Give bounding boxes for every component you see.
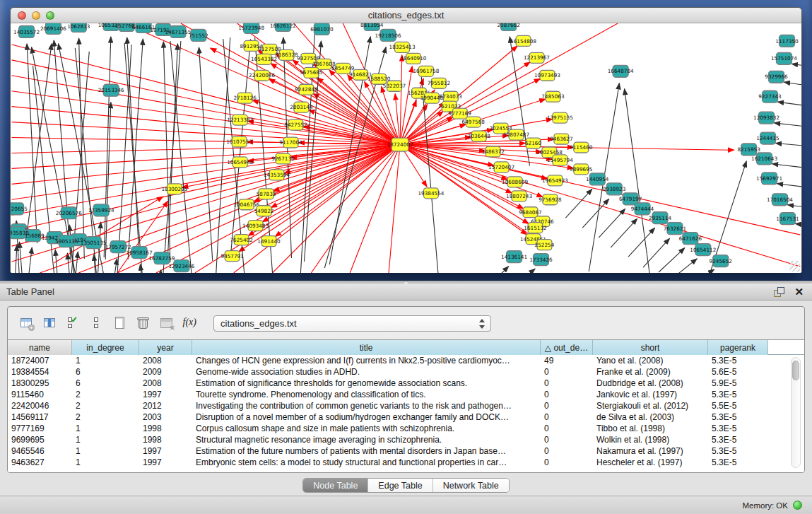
graph-node-teal[interactable]: 1733426 [529,254,553,266]
graph-node-teal[interactable]: 20691406 [40,23,66,34]
graph-node-yellow[interactable]: 16961758 [413,66,439,76]
graph-node-yellow[interactable]: 1486372 [481,146,504,157]
graph-node-teal[interactable]: 19218506 [375,29,401,41]
graph-node-yellow[interactable]: 7955812 [428,78,450,88]
column-header-title[interactable]: title [192,340,541,355]
graph-node-teal[interactable]: 15751074 [771,52,797,64]
column-header-year[interactable]: year [139,340,192,355]
graph-node-yellow[interactable]: 9117004 [279,137,302,148]
graph-node-teal[interactable]: 20206576 [56,207,82,219]
citation-edge[interactable] [792,64,801,69]
citation-edge[interactable] [19,242,23,273]
citation-edge[interactable] [787,205,801,210]
graph-node-teal[interactable]: 16626122 [270,23,296,31]
table-vertical-scrollbar[interactable] [791,357,801,468]
column-header-short[interactable]: short [593,340,708,355]
graph-node-yellow[interactable]: 1491440 [257,236,281,247]
delete-table-button[interactable]: ✕ [157,313,176,333]
graph-node-teal[interactable]: 1117350 [775,35,799,47]
graph-node-yellow[interactable]: 10107553 [226,136,252,147]
graph-node-teal[interactable]: 1244415 [756,132,779,144]
table-row[interactable]: 911546021997Tourette syndrome. Phenomeno… [8,389,804,400]
graph-node-yellow[interactable]: 549822 [254,206,274,216]
delete-column-button[interactable] [134,313,153,333]
scrollbar-thumb[interactable] [792,361,799,380]
network-canvas[interactable]: 1830029519384554914682115885205322037183… [11,23,801,273]
graph-node-yellow[interactable]: 13975135 [547,112,573,123]
citation-edge[interactable] [104,37,111,257]
column-header-name[interactable]: name [8,340,72,355]
graph-node-teal[interactable]: 6981070 [310,23,334,35]
citation-edge[interactable] [795,223,801,228]
graph-node-yellow[interactable]: 18640910 [400,53,426,64]
citation-edge[interactable] [27,44,37,243]
citation-edge[interactable] [772,164,801,169]
graph-node-yellow[interactable]: 9756928 [539,194,562,205]
citation-edge[interactable] [112,259,117,273]
citation-edge[interactable] [28,247,33,273]
table-row[interactable]: 969969511998Structural magnetic resonanc… [8,434,804,445]
citation-edge[interactable] [513,269,536,273]
graph-node-teal[interactable]: 14136141 [501,251,527,263]
column-header-in_degree[interactable]: in_degree [72,340,139,355]
graph-node-teal[interactable]: 17016504 [767,194,793,206]
graph-node-teal[interactable]: 9474444 [631,203,654,215]
graph-node-yellow[interactable]: 15495794 [547,155,573,165]
citation-edge-red[interactable] [400,145,800,267]
graph-node-teal[interactable]: 751552 [189,29,208,41]
graph-node-yellow[interactable]: 10688609 [502,177,528,187]
graph-node-teal[interactable]: 5905135 [55,235,78,247]
rows-button[interactable] [87,313,106,333]
graph-node-yellow[interactable]: 5322037 [383,81,406,91]
graph-node-teal[interactable]: 9245652 [710,255,732,267]
citation-network-graph[interactable]: 1830029519384554914682115885205322037183… [11,23,801,273]
table-mode-button[interactable] [17,313,36,333]
graph-node-yellow[interactable]: 19654923 [542,175,568,186]
citation-edge[interactable] [128,39,143,259]
graph-node-teal[interactable]: 1440954 [586,173,609,185]
float-panel-icon[interactable] [774,287,784,297]
graph-node-yellow[interactable]: 15720407 [488,162,514,173]
graph-node-teal[interactable]: 12093832 [753,112,779,124]
table-row[interactable]: 1872400712008Changes of HCN gene express… [8,355,804,366]
graph-node-teal[interactable]: 2087662 [497,23,519,30]
graph-node-yellow[interactable]: 12213967 [524,52,550,63]
citation-edge-red[interactable] [389,145,400,273]
tab-network-table[interactable]: Network Table [433,479,509,492]
column-header-pagerank[interactable]: pagerank [708,340,768,355]
table-select-dropdown[interactable]: citations_edges.txt [213,315,491,332]
citation-edge[interactable] [659,248,685,272]
graph-node-yellow[interactable]: 16154808 [510,35,536,46]
graph-node-yellow[interactable]: 252254 [535,240,555,250]
column-header-out_de[interactable]: △ out_de… [541,340,593,355]
new-column-button[interactable] [110,313,129,333]
citation-edge-red[interactable] [400,55,402,145]
graph-node-yellow[interactable]: 18325413 [389,42,416,52]
close-panel-icon[interactable]: ✕ [794,287,804,297]
graph-node-yellow[interactable]: 2718126 [233,93,257,103]
graph-node-teal[interactable]: 9329966 [765,71,788,83]
citation-edge[interactable] [199,47,213,261]
graph-node-yellow[interactable]: 6497568 [462,117,486,127]
citation-edge[interactable] [671,259,697,273]
citation-edge[interactable] [565,189,592,218]
graph-node-teal[interactable]: 1062813 [67,23,90,32]
citation-edge[interactable] [777,102,801,107]
graph-node-teal[interactable]: 15723948 [238,23,264,33]
graph-node-yellow[interactable]: 16543382 [251,54,277,64]
tab-node-table[interactable]: Node Table [303,479,368,492]
citation-edge[interactable] [15,245,17,273]
graph-node-yellow[interactable]: 19384554 [418,188,444,199]
graph-node-yellow[interactable]: 8427552 [284,119,307,130]
citation-edge[interactable] [170,41,192,273]
graph-node-yellow[interactable]: 62160 [525,138,541,148]
graph-node-yellow[interactable]: 9463627 [550,134,572,144]
graph-node-yellow[interactable]: 7485063 [541,91,565,102]
citation-edge[interactable] [611,218,637,247]
function-builder-button[interactable]: f(x) [180,313,199,333]
citation-edge[interactable] [74,252,78,273]
table-row[interactable]: 1456911722003Disruption of a novel membe… [8,411,804,423]
citation-edge[interactable] [777,184,801,189]
citation-edge[interactable] [163,41,181,273]
select-columns-button[interactable]: ✓✓ [64,313,83,333]
